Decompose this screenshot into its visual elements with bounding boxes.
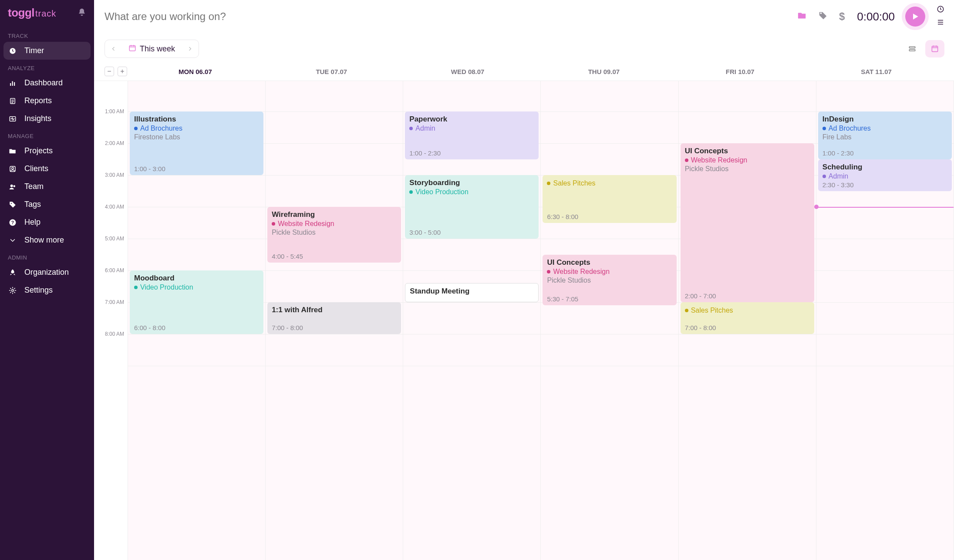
day-column[interactable]: PaperworkAdmin1:00 - 2:30StoryboardingVi…	[403, 81, 541, 560]
calendar-event[interactable]: UI ConceptsWebsite RedesignPickle Studio…	[681, 143, 814, 302]
svg-point-9	[13, 185, 16, 187]
list-view-button[interactable]	[903, 40, 922, 57]
calendar-event[interactable]: SchedulingAdmin2:30 - 3:30	[818, 159, 952, 191]
play-button[interactable]	[905, 7, 925, 27]
users-icon	[8, 183, 17, 191]
event-time: 2:30 - 3:30	[823, 181, 854, 189]
calendar-event[interactable]: Standup Meeting	[405, 283, 539, 302]
sidebar-item-showmore[interactable]: Show more	[0, 231, 94, 249]
calendar-event[interactable]: UI ConceptsWebsite RedesignPickle Studio…	[543, 255, 676, 306]
svg-rect-1	[10, 83, 11, 86]
history-icon[interactable]	[937, 5, 944, 15]
day-header-col: MON 06.07	[127, 68, 263, 75]
event-project: Admin	[823, 172, 947, 180]
calendar-event[interactable]: 1:1 with Alfred7:00 - 8:00	[267, 302, 401, 334]
next-week-button[interactable]	[181, 40, 199, 57]
zoom-in-button[interactable]: +	[118, 67, 127, 76]
prev-week-button[interactable]	[105, 40, 122, 57]
folder-icon[interactable]	[796, 9, 809, 24]
calendar-event[interactable]: StoryboardingVideo Production3:00 - 5:00	[405, 175, 539, 239]
sidebar-item-label: Dashboard	[24, 78, 63, 88]
sidebar-item-label: Timer	[24, 46, 44, 55]
time-label: 8:00 AM	[94, 331, 128, 337]
sidebar-item-clients[interactable]: Clients	[0, 160, 94, 178]
event-title: Paperwork	[409, 115, 534, 124]
calendar-event[interactable]: MoodboardVideo Production6:00 - 8:00	[130, 270, 263, 334]
sidebar-item-label: Help	[24, 218, 40, 227]
gear-icon	[8, 287, 17, 294]
svg-rect-3	[14, 82, 15, 85]
calendar-event[interactable]: InDesignAd BrochuresFire Labs1:00 - 2:30	[818, 111, 952, 159]
sidebar-item-label: Team	[24, 182, 44, 191]
day-column[interactable]: IllustrationsAd BrochuresFirestone Labs1…	[128, 81, 266, 560]
menu-icon[interactable]	[937, 18, 944, 28]
calendar-event[interactable]: Sales Pitches7:00 - 8:00	[681, 302, 814, 334]
current-time-line	[816, 207, 954, 208]
sidebar-section-label: ADMIN	[0, 249, 94, 263]
tag-icon	[8, 201, 17, 209]
svg-text:?: ?	[11, 219, 14, 225]
task-input[interactable]	[105, 10, 788, 23]
time-label: 6:00 AM	[94, 267, 128, 273]
day-column[interactable]: InDesignAd BrochuresFire Labs1:00 - 2:30…	[816, 81, 954, 560]
day-header-col: WED 08.07	[400, 68, 536, 75]
clock-icon	[8, 47, 17, 55]
time-label: 7:00 AM	[94, 299, 128, 305]
sidebar-section-label: ANALYZE	[0, 60, 94, 74]
billable-icon[interactable]: $	[837, 9, 846, 24]
sidebar-section-label: TRACK	[0, 27, 94, 42]
sidebar-item-team[interactable]: Team	[0, 178, 94, 196]
event-title: Wireframing	[272, 210, 397, 219]
calendar-event[interactable]: IllustrationsAd BrochuresFirestone Labs1…	[130, 111, 263, 175]
time-label: 4:00 AM	[94, 204, 128, 210]
sidebar-item-settings[interactable]: Settings	[0, 281, 94, 299]
event-time: 3:00 - 5:00	[409, 229, 441, 236]
svg-rect-17	[909, 50, 915, 51]
time-label: 1:00 AM	[94, 108, 128, 115]
day-column[interactable]: WireframingWebsite RedesignPickle Studio…	[266, 81, 403, 560]
event-time: 1:00 - 3:00	[134, 165, 165, 172]
zoom-controls: − +	[105, 67, 127, 76]
zoom-out-button[interactable]: −	[105, 67, 114, 76]
sidebar-item-projects[interactable]: Projects	[0, 142, 94, 160]
event-client: Fire Labs	[823, 133, 947, 141]
logo-row: toggltrack	[0, 6, 94, 27]
event-time: 2:00 - 7:00	[685, 292, 716, 300]
date-range-label: This week	[140, 44, 175, 54]
sidebar-item-reports[interactable]: Reports	[0, 92, 94, 110]
folder-icon	[8, 147, 17, 155]
calendar-body[interactable]: 1:00 AM2:00 AM3:00 AM4:00 AM5:00 AM6:00 …	[94, 81, 954, 560]
day-column[interactable]: Sales Pitches6:30 - 8:00UI ConceptsWebsi…	[541, 81, 678, 560]
calendar-event[interactable]: Sales Pitches6:30 - 8:00	[543, 175, 676, 223]
event-project: Website Redesign	[547, 268, 672, 276]
calendar-event[interactable]: WireframingWebsite RedesignPickle Studio…	[267, 207, 401, 263]
sidebar-item-label: Organization	[24, 268, 69, 277]
date-range-button[interactable]: This week	[122, 40, 181, 57]
sidebar-item-tags[interactable]: Tags	[0, 196, 94, 213]
notifications-icon[interactable]	[78, 8, 86, 18]
sidebar-item-insights[interactable]: Insights	[0, 110, 94, 128]
sidebar-item-label: Tags	[24, 200, 41, 209]
event-time: 1:00 - 2:30	[823, 149, 854, 157]
event-title: Illustrations	[134, 115, 259, 124]
svg-point-13	[12, 289, 14, 291]
user-icon	[8, 165, 17, 173]
event-title: UI Concepts	[685, 147, 810, 155]
day-grid: IllustrationsAd BrochuresFirestone Labs1…	[128, 81, 954, 560]
sidebar-item-timer[interactable]: Timer	[3, 42, 91, 60]
event-time: 7:00 - 8:00	[272, 324, 303, 331]
sidebar-item-organization[interactable]: Organization	[0, 263, 94, 281]
event-project: Sales Pitches	[547, 179, 672, 187]
sidebar-item-dashboard[interactable]: Dashboard	[0, 74, 94, 92]
event-title: Standup Meeting	[410, 287, 534, 296]
calendar-event[interactable]: PaperworkAdmin1:00 - 2:30	[405, 111, 539, 159]
event-project: Sales Pitches	[685, 307, 810, 314]
event-project: Admin	[409, 125, 534, 132]
tag-icon[interactable]	[816, 9, 829, 24]
event-client: Firestone Labs	[134, 133, 259, 141]
calendar-view-button[interactable]	[925, 40, 944, 57]
sidebar-item-help[interactable]: ?Help	[0, 213, 94, 231]
sidebar-item-label: Settings	[24, 286, 53, 295]
day-column[interactable]: UI ConceptsWebsite RedesignPickle Studio…	[679, 81, 816, 560]
event-project: Ad Brochures	[134, 125, 259, 132]
